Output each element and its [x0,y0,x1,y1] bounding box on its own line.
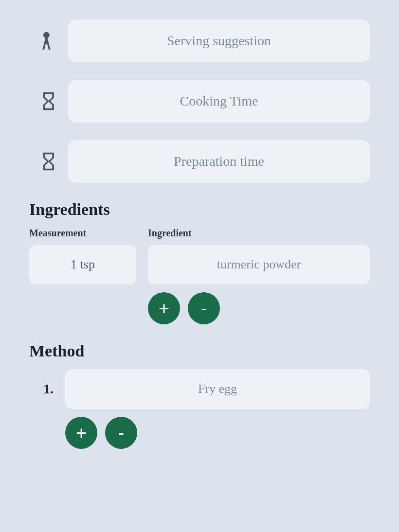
method-section: Method 1. Fry egg + - [29,342,370,449]
preparation-time-icon-area [29,151,68,172]
ingredient-column-label: Ingredient [148,228,370,239]
serving-suggestion-row: Serving suggestion [29,19,370,62]
serving-suggestion-field[interactable]: Serving suggestion [68,19,370,62]
ingredients-column-labels: Measurement Ingredient [29,228,370,239]
preparation-time-field[interactable]: Preparation time [68,140,370,183]
cooking-time-row: Cooking Time [29,80,370,123]
method-step-row: 1. Fry egg [29,369,370,409]
add-method-step-button[interactable]: + [65,417,97,449]
ingredient-buttons: + - [148,292,370,324]
hourglass-icon-prep [38,151,59,172]
hourglass-icon-cooking [38,90,59,112]
step-number: 1. [29,381,54,397]
add-ingredient-button[interactable]: + [148,292,180,324]
measurement-column-label: Measurement [29,228,136,239]
cooking-time-field[interactable]: Cooking Time [68,80,370,123]
ingredients-section: Ingredients Measurement Ingredient 1 tsp… [29,200,370,324]
ingredient-field[interactable]: turmeric powder [148,245,370,284]
remove-ingredient-button[interactable]: - [188,292,220,324]
spoon-icon-area [29,30,68,52]
ingredients-heading: Ingredients [29,200,370,219]
remove-method-step-button[interactable]: - [105,417,137,449]
method-buttons: + - [65,417,370,449]
spoon-icon [38,30,59,52]
method-step-field[interactable]: Fry egg [65,369,370,409]
preparation-time-row: Preparation time [29,140,370,183]
measurement-field[interactable]: 1 tsp [29,245,136,284]
ingredient-row: 1 tsp turmeric powder [29,245,370,284]
cooking-time-icon-area [29,90,68,112]
method-heading: Method [29,342,370,360]
